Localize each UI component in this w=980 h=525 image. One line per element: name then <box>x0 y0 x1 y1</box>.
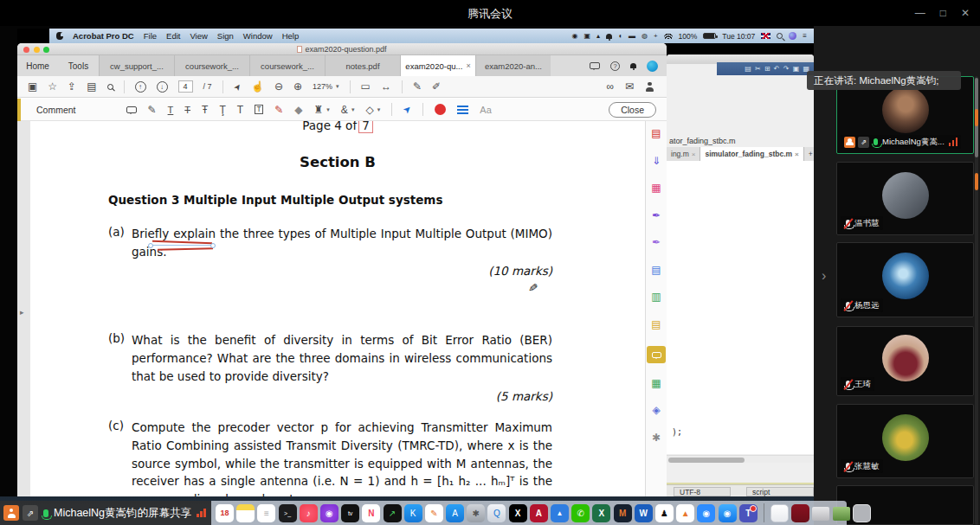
display-status-icon[interactable]: ▣ <box>584 32 591 41</box>
dock-matlab-icon[interactable]: M <box>614 504 632 522</box>
menubar-clock[interactable]: Tue 10:07 <box>722 32 755 41</box>
tab-close-icon[interactable]: × <box>795 150 799 158</box>
nav-pane-toggle-icon[interactable]: ▸ <box>20 308 24 317</box>
save-icon[interactable]: ▣ <box>28 81 37 92</box>
zoom-level-select[interactable]: 127% <box>313 82 332 91</box>
share-link-icon[interactable]: ∞ <box>606 81 614 92</box>
eraser-icon[interactable]: ◆ <box>294 105 302 115</box>
participant-tile-zhanghuimin[interactable]: 张慧敏 <box>836 404 974 478</box>
dock-word-icon[interactable]: W <box>635 504 653 522</box>
dock-music-icon[interactable]: ♪ <box>300 504 318 522</box>
dock-excel-icon[interactable]: X <box>592 504 610 522</box>
menu-view[interactable]: View <box>190 31 207 41</box>
text-box-icon[interactable]: T <box>255 105 263 114</box>
dock-notes-icon[interactable] <box>236 504 255 522</box>
doc-tab-coursework-1[interactable]: coursework_... <box>174 55 249 76</box>
dock-pages-icon[interactable]: ✎ <box>425 504 443 522</box>
maximize-icon[interactable]: □ <box>940 6 946 20</box>
replace-text-icon[interactable]: Ŧ <box>202 105 208 115</box>
tab-tools[interactable]: Tools <box>58 55 99 76</box>
spotlight-search-icon[interactable] <box>777 33 783 39</box>
wifi-icon[interactable] <box>664 33 673 39</box>
star-icon[interactable]: ☆ <box>48 81 57 92</box>
chevron-down-icon[interactable]: ▾ <box>377 106 381 113</box>
dock-appstore-icon[interactable]: A <box>446 504 464 522</box>
doc-tab-exam-answer[interactable]: exam2020-an... <box>475 55 551 76</box>
dock-window-thumbnail-icon[interactable] <box>812 507 829 521</box>
dock-zoom-icon[interactable]: ◉ <box>697 504 715 522</box>
export-pdf-icon[interactable]: ⇓ <box>648 156 665 169</box>
doc-tab-cw-support[interactable]: cw_support_... <box>99 55 174 76</box>
help-icon[interactable]: ? <box>610 61 620 71</box>
record-status-icon[interactable]: ◉ <box>572 32 578 41</box>
page-down-icon[interactable]: ↓ <box>157 81 168 93</box>
red-underline-annotation[interactable] <box>150 240 217 253</box>
dock-adobe-folder-icon[interactable] <box>791 504 809 522</box>
hand-tool-icon[interactable]: ☝ <box>251 81 264 92</box>
close-comment-button[interactable]: Close <box>609 102 656 118</box>
tab-close-icon[interactable]: × <box>692 150 696 158</box>
notifications-bell-icon[interactable] <box>630 63 636 68</box>
tab-home[interactable]: Home <box>17 55 58 76</box>
dock-calendar-icon[interactable]: 18 <box>216 504 234 522</box>
comment-bubble-icon[interactable] <box>590 62 600 69</box>
tab-close-icon[interactable]: × <box>466 61 470 70</box>
share-upload-icon[interactable]: ⇪ <box>68 81 76 92</box>
add-user-icon[interactable] <box>645 82 654 92</box>
pin-tool-icon[interactable]: ➤ <box>401 103 415 117</box>
participant-tile-yangsiyuan[interactable]: 杨思远 <box>836 242 974 317</box>
fill-sign-icon[interactable]: ✒ <box>648 237 665 250</box>
menu-help[interactable]: Help <box>282 31 300 41</box>
attach-file-icon[interactable]: & <box>341 105 348 115</box>
move-status-icon[interactable]: + <box>654 32 658 41</box>
doc-tab-coursework-2[interactable]: coursework_... <box>249 55 325 76</box>
globe-status-icon[interactable]: ◍ <box>642 32 648 41</box>
shapes-icon[interactable]: ◇ <box>365 105 373 115</box>
menu-file[interactable]: File <box>144 31 157 41</box>
more-tools-icon[interactable]: ✱ <box>648 432 665 445</box>
dock-tv-icon[interactable]: tv <box>341 504 359 522</box>
send-email-icon[interactable]: ✉ <box>625 81 634 92</box>
editor-tab-partial[interactable]: ing.m× <box>667 147 700 161</box>
add-text-icon[interactable]: T <box>237 105 243 115</box>
input-language-flag-icon[interactable] <box>761 33 770 39</box>
page-up-icon[interactable]: ↑ <box>135 81 146 93</box>
dock-vlc-icon[interactable]: ▲ <box>676 504 694 522</box>
edit-pdf-icon[interactable]: ▤ <box>648 265 665 278</box>
font-options-button[interactable]: Aa <box>480 105 491 115</box>
print-production-icon[interactable]: ▦ <box>648 378 665 391</box>
chevron-down-icon[interactable]: ▾ <box>351 106 355 113</box>
select-tool-icon[interactable]: ➤ <box>231 80 243 92</box>
dock-wechat-icon[interactable]: ✆ <box>571 504 590 522</box>
participant-tile-wenshuhui[interactable]: 温书慧 <box>836 162 974 235</box>
line-thickness-icon[interactable] <box>457 106 468 114</box>
dock-podcasts-icon[interactable]: ◉ <box>320 504 338 522</box>
stamp-icon[interactable]: ♜ <box>314 105 324 115</box>
dock-x-app-icon[interactable]: X <box>509 504 527 522</box>
menu-sign[interactable]: Sign <box>217 31 234 41</box>
dock-terminal-icon[interactable]: >_ <box>279 504 297 522</box>
doc-tab-exam-question[interactable]: exam2020-qu...× <box>400 55 475 76</box>
dock-qq-icon[interactable]: ♟ <box>655 504 674 522</box>
panel-scrollbar[interactable] <box>975 76 978 525</box>
color-swatch-red[interactable] <box>435 104 446 115</box>
menu-edit[interactable]: Edit <box>166 31 180 41</box>
draw-tool-icon[interactable]: ✎ <box>274 105 283 115</box>
apple-menu-icon[interactable] <box>56 32 63 40</box>
collapse-panel-icon[interactable]: › <box>822 268 826 284</box>
fit-width-icon[interactable]: ↔ <box>381 81 391 92</box>
dock-quicktime-icon[interactable]: Q <box>487 504 506 522</box>
account-avatar[interactable] <box>647 61 658 72</box>
insert-text-icon[interactable]: Ţ <box>219 105 225 115</box>
menu-app-name[interactable]: Acrobat Pro DC <box>73 31 134 41</box>
dock-teams-icon[interactable]: T <box>739 504 758 522</box>
underline-text-icon[interactable]: T <box>168 105 174 115</box>
dock-stocks-icon[interactable]: ↗ <box>384 504 402 522</box>
protect-shield-icon[interactable]: ◈ <box>648 405 665 418</box>
editor-tab-active[interactable]: simulator_fading_stbc.m× <box>700 147 803 161</box>
participant-tile-wangqi[interactable]: 王琦 <box>836 326 974 396</box>
chevron-down-icon[interactable]: ▾ <box>336 83 339 90</box>
combine-files-icon[interactable]: ▥ <box>648 291 665 304</box>
comment-tool-icon[interactable] <box>647 346 666 363</box>
bell-icon[interactable] <box>606 34 612 39</box>
